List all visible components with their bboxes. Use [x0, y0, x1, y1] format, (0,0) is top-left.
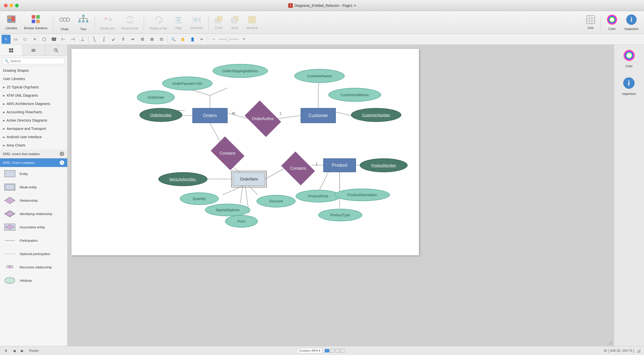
reshape-tool[interactable]: ⬡ — [40, 35, 49, 44]
zoom-slider[interactable] — [219, 39, 239, 40]
shape-weak-entity[interactable]: Weak entity — [0, 181, 67, 194]
page-dot-1[interactable] — [325, 349, 329, 352]
close-lib-button[interactable]: ✕ — [60, 160, 64, 165]
pan-tool[interactable]: ✋ — [178, 35, 187, 44]
canvas-area[interactable]: M 1 1 M 1 1 Orders Customer Product Orde… — [67, 45, 614, 346]
select-tool[interactable]: ↖ — [2, 35, 11, 44]
lib-header-erd-crow[interactable]: ERD, crow's foot notation ✕ — [0, 150, 67, 158]
entity-orders[interactable]: Orders — [192, 108, 228, 123]
rel-contains-right[interactable]: Contains — [281, 152, 315, 185]
sidebar-item-accounting[interactable]: ▶ Accounting Flowcharts — [0, 108, 67, 116]
zoom-minus[interactable]: − — [209, 35, 218, 44]
attr-producttype[interactable]: ProductType — [318, 209, 362, 221]
search-box[interactable]: 🔍 — [3, 58, 65, 64]
maximize-button[interactable] — [15, 4, 19, 7]
chain-button[interactable]: Chain — [56, 12, 74, 32]
sidebar-item-orgcharts[interactable]: ▶ 25 Typical Orgcharts — [0, 83, 67, 91]
rotate-flip-button[interactable]: Rotate & Flip — [147, 13, 170, 32]
align-button[interactable]: Align — [171, 14, 186, 31]
back-button[interactable]: Back — [227, 14, 242, 31]
attr-orderpayment[interactable]: OrderPayment Info — [162, 77, 212, 90]
color-button[interactable]: Color — [603, 13, 621, 32]
browse-solutions-button[interactable]: Browse Solutions — [21, 13, 51, 31]
zoom-selector[interactable]: Custom 49% ▾ — [297, 348, 322, 353]
canvas-resize-handle[interactable] — [608, 340, 613, 345]
color-panel-btn[interactable]: Color — [621, 47, 637, 70]
window-controls[interactable] — [4, 4, 19, 7]
zoom-thumb[interactable] — [227, 38, 230, 41]
attr-itemlinenumber[interactable]: ItemLineNumber. — [158, 172, 207, 186]
vertical-tool[interactable]: ⇕ — [119, 35, 128, 44]
ellipse-tool[interactable]: ⬭ — [21, 35, 30, 44]
sidebar-item-android[interactable]: ▶ Android User Interface — [0, 133, 67, 141]
search-input[interactable] — [10, 59, 62, 63]
shape-identifying-rel[interactable]: Identifying relationship — [0, 207, 67, 221]
attr-productprice[interactable]: ProductPrice — [296, 190, 341, 202]
entity-customer[interactable]: Customer — [301, 108, 336, 123]
pause-button[interactable]: ⏸ — [3, 348, 9, 354]
shape-assoc-entity[interactable]: Associative entity — [0, 221, 67, 234]
page-dot-2[interactable] — [330, 349, 335, 352]
curve-tool[interactable]: ∫ — [99, 35, 109, 44]
attr-ordernumber[interactable]: OrderNumber — [139, 108, 182, 122]
zoom-plus[interactable]: + — [239, 35, 248, 44]
resize-handle-icon[interactable] — [636, 348, 641, 353]
attr-customernumber[interactable]: CustomerNumber — [351, 108, 401, 122]
bend-tool[interactable]: ↙ — [109, 35, 118, 44]
text-tool[interactable]: ≡ — [30, 35, 39, 44]
cross-tool[interactable]: ⊞ — [138, 35, 147, 44]
shape-recursive-rel[interactable]: Recursive relationship — [0, 261, 67, 274]
shape-relationship[interactable]: Relationship — [0, 194, 67, 207]
line-tool[interactable]: ╱ — [88, 33, 101, 46]
sidebar-item-aws[interactable]: ▶ AWS Architecture Diagrams — [0, 100, 67, 108]
attr-customeraddress[interactable]: CustomerAddress — [328, 88, 381, 102]
zoom-out-tool[interactable]: 🔍 — [169, 35, 178, 44]
sidebar-tab-list[interactable] — [0, 45, 22, 56]
horizontal-tool[interactable]: ⇔ — [128, 35, 137, 44]
phone-shape-tool[interactable]: ☎ — [49, 35, 58, 44]
canvas[interactable]: M 1 1 M 1 1 Orders Customer Product Orde… — [71, 49, 419, 255]
sidebar-item-active-directory[interactable]: ▶ Active Directory Diagrams — [0, 116, 67, 125]
grid-button[interactable]: Grid — [583, 14, 598, 31]
cross3-tool[interactable]: ⊟ — [157, 35, 166, 44]
libraries-button[interactable]: Libraries — [3, 13, 20, 31]
tree-button[interactable]: Tree — [75, 12, 92, 32]
rel-orderauthor[interactable]: OrderAuthor — [245, 100, 281, 137]
shape-participation[interactable]: Participation — [0, 234, 67, 247]
attr-ordershipping[interactable]: OrderShippingAddress — [212, 64, 268, 78]
close-button[interactable] — [4, 4, 8, 7]
pen-tool[interactable]: ✏ — [197, 35, 206, 44]
entity-orderitem[interactable]: OrderItem — [233, 172, 265, 186]
attr-specialoptions[interactable]: SpecialOptions — [205, 204, 250, 216]
lib-header-erd-chen[interactable]: ERD, Chen's notation ✕ — [0, 158, 67, 167]
shape-attribute[interactable]: Attribute — [0, 274, 67, 287]
attr-price[interactable]: Price — [225, 215, 258, 228]
shape-t2[interactable]: ⊣ — [68, 35, 78, 44]
delete-link-button[interactable]: Delete link — [97, 13, 118, 32]
shape-t3[interactable]: ⊥ — [78, 35, 87, 44]
sidebar-tab-grid[interactable] — [22, 45, 45, 56]
attr-orderdate[interactable]: OrderDate — [137, 90, 175, 104]
front-button[interactable]: Front — [211, 14, 226, 31]
entity-product[interactable]: Product — [323, 158, 356, 172]
reverse-link-button[interactable]: Reverse link — [119, 13, 141, 32]
rect-tool[interactable]: ▭ — [11, 35, 20, 44]
next-page-button[interactable]: ▶ — [19, 348, 25, 354]
inspectors-panel-btn[interactable]: i Inspectors — [620, 75, 638, 98]
page-dot-3[interactable] — [335, 349, 340, 352]
shape-opt-participation[interactable]: Optional participation — [0, 247, 67, 261]
user-tool[interactable]: 👤 — [188, 35, 197, 44]
sidebar-item-aerospace[interactable]: ▶ Aerospace and Transport — [0, 125, 67, 133]
page-dot-4[interactable] — [341, 349, 345, 352]
close-lib-button[interactable]: ✕ — [60, 152, 64, 156]
prev-page-button[interactable]: ◀ — [11, 348, 17, 354]
sidebar-item-area-charts[interactable]: ▶ Area Charts — [0, 141, 67, 150]
sidebar-item-drawing-shapes[interactable]: Drawing Shapes — [0, 66, 67, 75]
sidebar-tab-search[interactable] — [45, 45, 67, 56]
attr-productdescription[interactable]: ProductDescription — [335, 189, 390, 201]
sidebar-item-user-libraries[interactable]: User Libraries — [0, 75, 67, 83]
rel-contains-top[interactable]: Contains — [211, 136, 244, 170]
minimize-button[interactable] — [10, 4, 13, 7]
distribute-button[interactable]: Distribute — [187, 14, 206, 31]
inspectors-button[interactable]: i Inspectors — [622, 13, 641, 32]
